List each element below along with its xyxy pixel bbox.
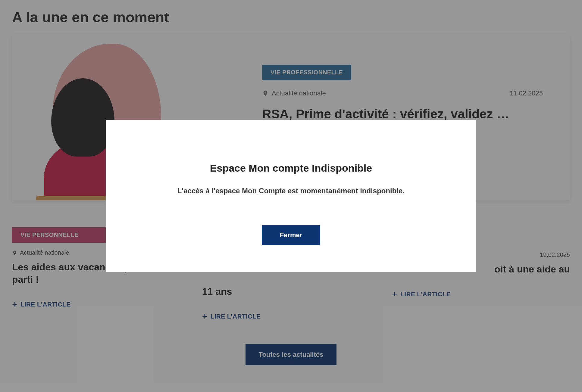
unavailable-modal: Espace Mon compte Indisponible L'accès à… [106, 120, 476, 272]
modal-title: Espace Mon compte Indisponible [130, 162, 452, 174]
modal-body-text: L'accès à l'espace Mon Compte est moment… [130, 187, 452, 195]
modal-overlay: Espace Mon compte Indisponible L'accès à… [0, 0, 582, 392]
modal-close-button[interactable]: Fermer [262, 225, 321, 245]
